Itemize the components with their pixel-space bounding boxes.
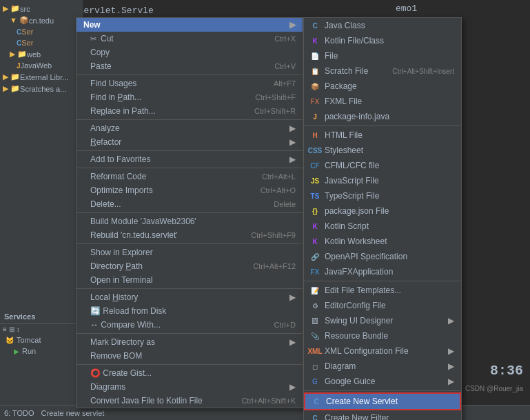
project-item-external-libs[interactable]: ▶ 📁 External Libr... (0, 71, 83, 83)
menu-item-editorconfig[interactable]: ⚙ EditorConfig File (304, 298, 461, 313)
menu-item-fxml[interactable]: FX FXML File (304, 94, 461, 109)
menu-item-local-history[interactable]: Local History ▶ (77, 290, 303, 304)
project-item-javaweb[interactable]: J JavaWeb (0, 60, 83, 71)
menu-item-file[interactable]: 📄 File (304, 48, 461, 63)
project-item-ser1[interactable]: C Ser (0, 26, 83, 37)
menu-item-fxml-label: FXML File (325, 97, 454, 106)
menu-item-java-class[interactable]: C Java Class (304, 18, 461, 33)
menu-item-stylesheet[interactable]: CSS Stylesheet (304, 143, 461, 158)
menu-item-paste[interactable]: Paste Ctrl+V (77, 59, 303, 73)
menu-item-copy[interactable]: Copy (77, 46, 303, 59)
menu-item-swing-ui[interactable]: 🖼 Swing UI Designer ▶ (304, 313, 461, 328)
menu-item-replace-shortcut: Ctrl+Shift+R (254, 107, 296, 115)
menu-item-kotlin-file[interactable]: K Kotlin File/Class (304, 33, 461, 48)
menu-item-rebuild[interactable]: Rebuild 'cn.tedu.servlet' Ctrl+Shift+F9 (77, 228, 303, 242)
project-item-label: web (27, 50, 41, 59)
submenu-arrow: ▶ (448, 346, 454, 356)
java-icon: C (17, 28, 21, 36)
menu-item-find-in-path-shortcut: Ctrl+Shift+F (255, 93, 296, 101)
menu-item-find-usages-shortcut: Alt+F7 (274, 79, 296, 88)
menu-item-javascript[interactable]: JS JavaScript File (304, 173, 461, 188)
project-item-ser2[interactable]: C Ser (0, 37, 83, 48)
menu-item-show-in-explorer[interactable]: Show in Explorer (77, 246, 303, 259)
menu-item-scratch-file[interactable]: 📋 Scratch File Ctrl+Alt+Shift+Insert (304, 63, 461, 79)
menu-item-reformat[interactable]: Reformat Code Ctrl+Alt+L (77, 170, 303, 183)
menu-item-kotlin-script[interactable]: K Kotlin Script (304, 219, 461, 234)
menu-item-google-guice[interactable]: G Google Guice ▶ (304, 374, 461, 389)
menu-item-analyze[interactable]: Analyze ▶ (77, 121, 303, 135)
scissors-icon: ✂ (90, 34, 96, 43)
menu-item-openapi[interactable]: 🔗 OpenAPI Specification (304, 249, 461, 264)
menu-item-add-to-favorites[interactable]: Add to Favorites ▶ (77, 152, 303, 166)
menu-item-find-usages-label: Find Usages (90, 79, 260, 88)
menu-item-replace-in-path[interactable]: Replace in Path... Ctrl+Shift+R (77, 104, 303, 118)
menu-item-build-module[interactable]: Build Module 'JavaWeb2306' (77, 214, 303, 228)
menu-item-delete[interactable]: Delete... Delete (77, 197, 303, 211)
menu-item-resource-bundle[interactable]: 📎 Resource Bundle (304, 328, 461, 343)
menu-item-reload-label: 🔄 Reload from Disk (90, 306, 296, 316)
create-servlet-label: Create new servlet (41, 409, 105, 417)
menu-item-package-info[interactable]: J package-info.java (304, 109, 461, 124)
menu-item-create-new-servlet[interactable]: C Create New Servlet (304, 392, 461, 410)
project-item-label: JavaWeb (21, 61, 52, 70)
menu-item-remove-bom[interactable]: Remove BOM (77, 349, 303, 363)
menu-item-convert-java[interactable]: Convert Java File to Kotlin File Ctrl+Al… (77, 394, 303, 408)
menu-item-package-json[interactable]: {} package.json File (304, 203, 461, 219)
menu-item-gist-label: ⭕ Create Gist... (90, 368, 296, 378)
menu-item-analyze-label: Analyze (90, 123, 286, 133)
menu-item-edit-file-templates[interactable]: 📝 Edit File Templates... (304, 283, 461, 298)
toolbar-icon-3[interactable]: ↕ (17, 326, 20, 333)
services-item-run[interactable]: ▶ Run (0, 346, 83, 357)
menu-item-package[interactable]: 📦 Package (304, 79, 461, 94)
menu-item-find-usages[interactable]: Find Usages Alt+F7 (77, 77, 303, 90)
menu-item-cut-label: Cut (101, 34, 261, 43)
status-item-todo[interactable]: 6: TODO (4, 409, 34, 417)
menu-item-package-label: Package (325, 81, 454, 91)
menu-item-create-gist[interactable]: ⭕ Create Gist... (77, 366, 303, 380)
xml-icon: XML (309, 346, 320, 357)
menu-item-directory-path[interactable]: Directory Path Ctrl+Alt+F12 (77, 259, 303, 273)
project-item-cntedu[interactable]: ▼ 📦 cn.tedu (0, 14, 83, 26)
project-item-label: External Libr... (20, 73, 68, 81)
html-icon: H (309, 130, 320, 141)
services-item-tomcat[interactable]: 🐱 Tomcat (0, 334, 83, 346)
menu-item-refactor[interactable]: Refactor ▶ (77, 135, 303, 149)
folder-icon: ▼ 📦 (10, 16, 29, 25)
menu-item-open-terminal[interactable]: Open in Terminal (77, 273, 303, 287)
menu-item-cut[interactable]: ✂ Cut Ctrl+X (77, 32, 303, 46)
menu-item-mark-directory[interactable]: Mark Directory as ▶ (77, 335, 303, 349)
toolbar-icon-2[interactable]: ⊞ (9, 326, 14, 333)
menu-item-optimize-imports[interactable]: Optimize Imports Ctrl+Alt+O (77, 183, 303, 197)
menu-item-find-in-path[interactable]: Find in Path... Ctrl+Shift+F (77, 90, 303, 104)
menu-item-cfml[interactable]: CF CFML/CFC file (304, 158, 461, 173)
project-item-scratches[interactable]: ▶ 📁 Scratches a... (0, 83, 83, 94)
project-item-label: src (20, 5, 30, 13)
project-item-src[interactable]: ▶ 📁 src (0, 3, 83, 14)
menu-item-create-new-filter[interactable]: C Create New Filter (304, 410, 461, 420)
menu-item-stylesheet-label: Stylesheet (325, 146, 454, 155)
menu-item-scratch-shortcut: Ctrl+Alt+Shift+Insert (392, 68, 454, 75)
menu-item-html-file[interactable]: H HTML File (304, 128, 461, 143)
menu-item-new[interactable]: New ▶ (77, 18, 303, 32)
java-class-icon: C (309, 20, 320, 31)
menu-item-javafx[interactable]: FX JavaFXApplication (304, 264, 461, 279)
menu-item-diagrams[interactable]: Diagrams ▶ (77, 380, 303, 394)
menu-item-rebuild-shortcut: Ctrl+Shift+F9 (251, 231, 296, 239)
menu-item-compare[interactable]: ↔ Compare With... Ctrl+D (77, 318, 303, 332)
css-icon: CSS (309, 145, 320, 156)
menu-item-rebuild-label: Rebuild 'cn.tedu.servlet' (90, 230, 237, 240)
menu-item-delete-label: Delete... (90, 199, 260, 209)
menu-item-create-filter-label: Create New Filter (325, 413, 454, 420)
menu-item-diagram[interactable]: ◻ Diagram ▶ (304, 359, 461, 374)
menu-item-typescript[interactable]: TS TypeScript File (304, 188, 461, 203)
submenu-arrow: ▶ (289, 337, 296, 347)
menu-item-xml-config[interactable]: XML XML Configuration File ▶ (304, 343, 461, 359)
file-icon: 📄 (309, 50, 320, 61)
menu-item-javafx-label: JavaFXApplication (325, 267, 454, 277)
toolbar-icon-1[interactable]: ≡ (3, 326, 7, 333)
secondary-context-menu: C Java Class K Kotlin File/Class 📄 File … (303, 17, 462, 420)
project-item-web[interactable]: ▶ 📁 web (0, 48, 83, 60)
menu-item-kotlin-label: Kotlin File/Class (325, 36, 454, 46)
menu-item-kotlin-worksheet[interactable]: K Kotlin Worksheet (304, 234, 461, 249)
menu-item-reload[interactable]: 🔄 Reload from Disk (77, 304, 303, 318)
